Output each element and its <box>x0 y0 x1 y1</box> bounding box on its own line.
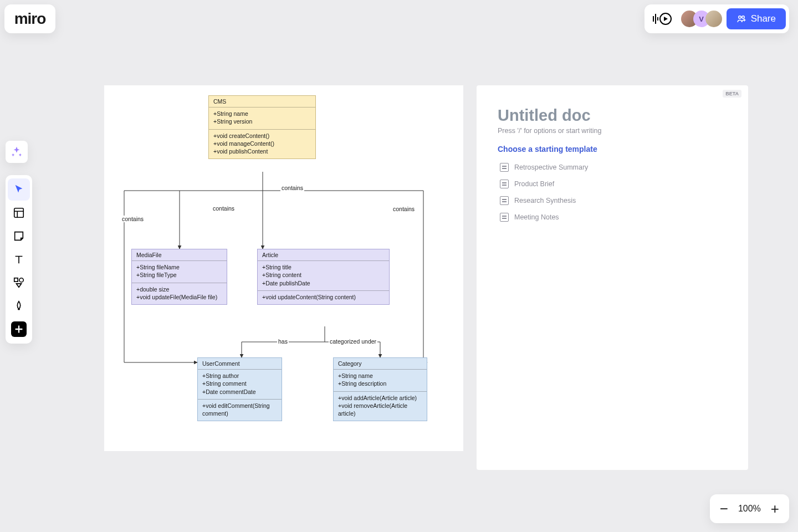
doc-panel[interactable]: BETA Untitled doc Press '/' for options … <box>477 85 748 470</box>
class-category[interactable]: Category +String name +String descriptio… <box>333 357 427 421</box>
svg-point-5 <box>19 278 23 282</box>
doc-hint: Press '/' for options or start writing <box>498 127 727 135</box>
edge-label: has <box>277 338 289 345</box>
tool-templates[interactable] <box>8 202 30 224</box>
edge-label: categorized under <box>329 338 377 345</box>
edge-label: contains <box>121 216 145 222</box>
tool-sticky-note[interactable] <box>8 225 30 247</box>
share-label: Share <box>751 13 776 24</box>
class-attributes: +String name +String version <box>209 108 315 129</box>
class-attributes: +String fileName +String fileType <box>132 261 227 283</box>
class-title: MediaFile <box>132 249 227 261</box>
template-label: Product Brief <box>514 180 554 188</box>
class-methods: +double size +void updateFile(MediaFile … <box>132 283 227 304</box>
class-title: UserComment <box>198 358 282 370</box>
document-icon <box>500 213 509 222</box>
logo-text: miro <box>14 10 46 28</box>
template-item[interactable]: Retrospective Summary <box>498 159 727 176</box>
template-label: Meeting Notes <box>514 213 559 221</box>
top-bar: V Share <box>644 4 789 33</box>
template-label: Retrospective Summary <box>514 163 588 171</box>
class-attributes: +String author +String comment +Date com… <box>198 370 282 400</box>
class-usercomment[interactable]: UserComment +String author +String comme… <box>197 357 282 421</box>
avatar[interactable] <box>705 11 722 27</box>
zoom-in-button[interactable]: + <box>771 502 779 516</box>
class-methods: +void editComment(String comment) <box>198 400 282 421</box>
template-label: Research Synthesis <box>514 197 576 204</box>
class-methods: +void createContent() +void manageConten… <box>209 130 315 159</box>
beta-badge: BETA <box>723 90 741 98</box>
share-button[interactable]: Share <box>727 8 786 29</box>
miro-logo[interactable]: miro <box>4 4 55 33</box>
diagram-canvas[interactable]: CMS +String name +String version +void c… <box>104 85 463 451</box>
tool-pen[interactable] <box>8 295 30 317</box>
collaborator-avatars[interactable]: V <box>681 11 722 27</box>
class-mediafile[interactable]: MediaFile +String fileName +String fileT… <box>131 249 227 305</box>
class-attributes: +String name +String description <box>334 370 427 391</box>
template-item[interactable]: Meeting Notes <box>498 209 727 226</box>
class-title: CMS <box>209 96 315 108</box>
doc-templates-heading: Choose a starting template <box>498 145 727 154</box>
edge-label: contains <box>280 185 304 191</box>
svg-point-1 <box>738 16 741 19</box>
class-article[interactable]: Article +String title +String content +D… <box>257 249 390 305</box>
plus-icon <box>11 321 27 337</box>
template-item[interactable]: Research Synthesis <box>498 192 727 209</box>
class-methods: +void addArticle(Article article) +void … <box>334 392 427 421</box>
edge-label: contains <box>212 205 236 212</box>
svg-rect-3 <box>14 208 24 218</box>
document-icon <box>500 163 509 172</box>
svg-point-2 <box>741 16 744 19</box>
class-methods: +void updateContent(String content) <box>258 291 389 304</box>
tool-shapes[interactable] <box>8 272 30 294</box>
talktrack-icon[interactable] <box>648 8 677 30</box>
class-attributes: +String title +String content +Date publ… <box>258 261 389 291</box>
class-cms[interactable]: CMS +String name +String version +void c… <box>208 95 316 159</box>
edge-label: contains <box>392 206 416 212</box>
class-title: Category <box>334 358 427 370</box>
document-icon <box>500 180 509 188</box>
zoom-controls: − 100% + <box>710 494 789 523</box>
template-item[interactable]: Product Brief <box>498 176 727 192</box>
left-toolbar <box>6 175 32 344</box>
tool-select[interactable] <box>8 178 30 201</box>
tool-ai-assist[interactable] <box>6 141 28 163</box>
tool-more[interactable] <box>8 318 30 340</box>
document-icon <box>500 196 509 205</box>
svg-rect-4 <box>14 278 18 282</box>
class-title: Article <box>258 249 389 261</box>
zoom-out-button[interactable]: − <box>720 502 728 516</box>
zoom-level[interactable]: 100% <box>738 504 761 514</box>
tool-text[interactable] <box>8 248 30 270</box>
doc-title[interactable]: Untitled doc <box>498 106 727 125</box>
